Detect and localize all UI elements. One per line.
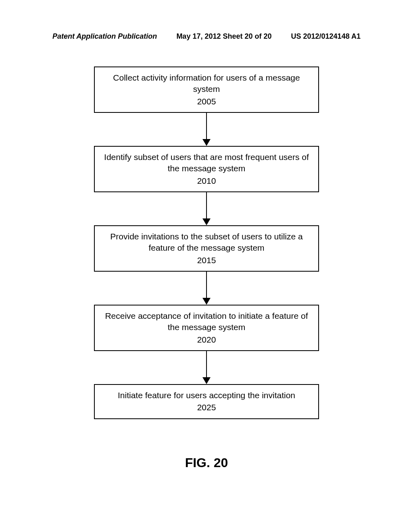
arrow-down-icon [202,218,211,225]
figure-caption: FIG. 20 [0,455,413,470]
flow-box-number: 2015 [103,255,310,266]
flow-box-text: Collect activity information for users o… [113,73,300,94]
arrow-down-icon [202,139,211,146]
arrow-line [206,272,207,298]
flow-box: Collect activity information for users o… [94,66,319,113]
flow-box: Initiate feature for users accepting the… [94,384,319,419]
flow-box-text: Receive acceptance of invitation to init… [105,311,308,332]
flow-arrow [202,351,211,384]
flow-box-number: 2020 [103,334,310,345]
flowchart: Collect activity information for users o… [94,66,319,419]
flow-box: Receive acceptance of invitation to init… [94,305,319,351]
flow-box-number: 2010 [103,175,310,187]
header-date-sheet: May 17, 2012 Sheet 20 of 20 [176,32,271,41]
arrow-line [206,351,207,377]
flow-box-text: Initiate feature for users accepting the… [118,391,295,400]
arrow-line [206,113,207,139]
flow-arrow [202,113,211,146]
flow-arrow [202,272,211,305]
arrow-line [206,192,207,218]
flow-box: Provide invitations to the subset of use… [94,225,319,272]
flow-box-text: Provide invitations to the subset of use… [110,232,302,252]
header-patent-number: US 2012/0124148 A1 [291,32,361,41]
flow-arrow [202,192,211,225]
page-header: Patent Application Publication May 17, 2… [0,32,413,41]
flow-box-number: 2005 [103,96,310,107]
header-publication: Patent Application Publication [52,32,157,41]
flow-box: Identify subset of users that are most f… [94,146,319,192]
arrow-down-icon [202,298,211,305]
flow-box-text: Identify subset of users that are most f… [104,152,309,173]
arrow-down-icon [202,377,211,384]
flow-box-number: 2025 [103,402,310,413]
